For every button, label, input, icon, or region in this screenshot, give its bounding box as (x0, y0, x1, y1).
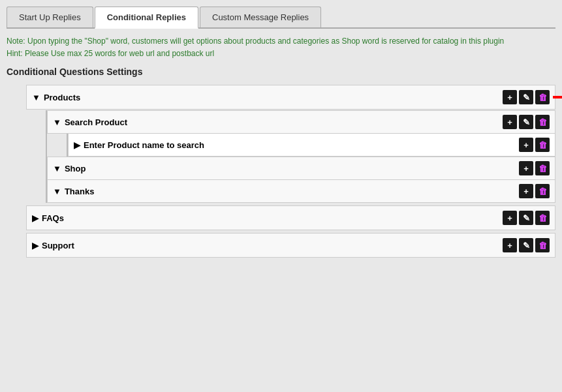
search-product-group: ▼ Search Product + ✎ 🗑 ▶ (47, 110, 555, 157)
thanks-add-btn[interactable]: + (519, 184, 533, 198)
note-line2: Hint: Please Use max 25 words for web ur… (7, 48, 555, 60)
products-group: ▼ Products + ✎ 🗑 (26, 85, 555, 203)
products-edit-btn[interactable]: ✎ (519, 90, 533, 104)
thanks-row: ▼ Thanks + 🗑 (47, 180, 555, 203)
support-toggle-icon[interactable]: ▶ (32, 241, 39, 250)
faqs-edit-btn[interactable]: ✎ (519, 211, 533, 225)
notes-section: Note: Upon typing the "Shop" word, custo… (7, 35, 555, 60)
products-add-btn[interactable]: + (503, 90, 517, 104)
shop-add-btn[interactable]: + (519, 161, 533, 175)
shop-label: Shop (65, 164, 86, 173)
enter-product-add-btn[interactable]: + (519, 138, 533, 152)
thanks-toggle[interactable]: ▼ (53, 187, 61, 196)
enter-product-toggle[interactable]: ▶ (74, 140, 80, 150)
faqs-del-btn[interactable]: 🗑 (535, 211, 550, 225)
support-label: Support (42, 241, 74, 250)
search-product-add-btn[interactable]: + (503, 115, 517, 129)
thanks-label: Thanks (65, 187, 95, 196)
faqs-toggle-icon[interactable]: ▶ (32, 213, 39, 223)
products-del-btn[interactable]: 🗑 (535, 90, 550, 104)
products-children: ▼ Search Product + ✎ 🗑 ▶ (46, 110, 555, 203)
section-title: Conditional Questions Settings (7, 67, 555, 77)
main-container: Start Up Replies Conditional Replies Cus… (0, 0, 562, 392)
shop-row: ▼ Shop + 🗑 (47, 157, 555, 180)
search-product-row: ▼ Search Product + ✎ 🗑 (47, 110, 555, 134)
enter-product-label: Enter Product name to search (84, 140, 204, 150)
tab-startup[interactable]: Start Up Replies (7, 7, 93, 27)
search-product-label: Search Product (65, 117, 127, 127)
search-product-toggle[interactable]: ▼ (53, 117, 61, 127)
tree-wrapper: ▼ Products + ✎ 🗑 (7, 85, 555, 258)
support-add-btn[interactable]: + (503, 238, 517, 252)
enter-product-container: ▶ Enter Product name to search + 🗑 (67, 134, 555, 157)
products-row: ▼ Products + ✎ 🗑 (26, 85, 555, 110)
enter-product-del-btn[interactable]: 🗑 (535, 138, 550, 152)
support-row: ▶ Support + ✎ 🗑 (26, 233, 555, 258)
faqs-add-btn[interactable]: + (503, 211, 517, 225)
tab-custom[interactable]: Custom Message Replies (200, 7, 321, 27)
support-del-btn[interactable]: 🗑 (535, 238, 550, 252)
note-line1: Note: Upon typing the "Shop" word, custo… (7, 35, 555, 48)
search-product-del-btn[interactable]: 🗑 (535, 115, 550, 129)
thanks-del-btn[interactable]: 🗑 (535, 184, 550, 198)
support-edit-btn[interactable]: ✎ (519, 238, 533, 252)
support-group: ▶ Support + ✎ 🗑 (26, 233, 555, 258)
faqs-row: ▶ FAQs + ✎ 🗑 (26, 205, 555, 230)
faqs-label: FAQs (42, 213, 64, 223)
faqs-group: ▶ FAQs + ✎ 🗑 (26, 205, 555, 230)
shop-toggle[interactable]: ▼ (53, 164, 61, 173)
products-label: Products (44, 93, 80, 102)
tabs-bar: Start Up Replies Conditional Replies Cus… (7, 7, 555, 29)
enter-product-row: ▶ Enter Product name to search + 🗑 (68, 134, 555, 157)
products-toggle-icon[interactable]: ▼ (32, 93, 40, 102)
shop-del-btn[interactable]: 🗑 (535, 161, 550, 175)
red-arrow-indicator (553, 89, 562, 105)
tab-conditional[interactable]: Conditional Replies (95, 7, 198, 29)
search-product-edit-btn[interactable]: ✎ (519, 115, 533, 129)
